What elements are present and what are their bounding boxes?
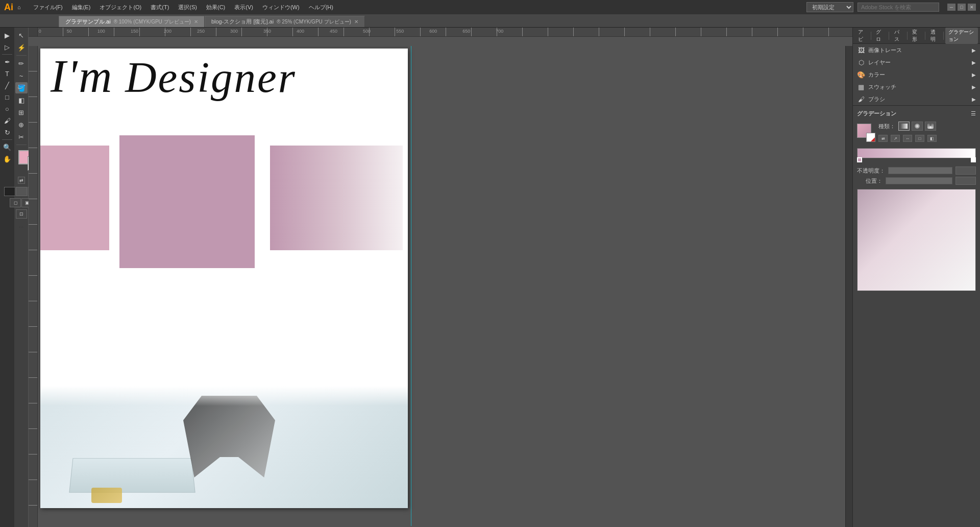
close-button[interactable]: ✕	[968, 4, 976, 11]
stock-search-input[interactable]	[857, 3, 939, 12]
layer-icon: ⬡	[857, 58, 865, 66]
maximize-button[interactable]: □	[958, 4, 966, 11]
grad-type-freeform[interactable]	[925, 122, 936, 131]
swatch-icon: ▦	[857, 83, 865, 91]
brush-panel-icon: 🖌	[857, 95, 865, 103]
more-tools[interactable]: ···	[19, 224, 23, 230]
tab-close-1[interactable]: ✕	[194, 19, 198, 25]
tool-gradient[interactable]: ◧	[15, 94, 28, 106]
brush-arrow: ▶	[972, 97, 976, 102]
tool-hand[interactable]: ✋	[1, 153, 13, 164]
gradient-swatch-preview[interactable]	[857, 124, 875, 142]
menu-window[interactable]: ウィンドウ(W)	[258, 3, 304, 12]
tool-paintbucket[interactable]: 🪣	[15, 82, 28, 93]
menu-object[interactable]: オブジェクト(O)	[95, 3, 145, 12]
home-icon[interactable]: ⌂	[17, 4, 21, 10]
panel-color[interactable]: 🎨 カラー ▶	[853, 68, 980, 81]
book-shape	[69, 458, 195, 493]
menu-type[interactable]: 書式(T)	[146, 3, 173, 12]
menu-help[interactable]: ヘルプ(H)	[305, 3, 337, 12]
position-label: 位置：	[857, 177, 883, 185]
left-toolbar-narrow: ▶ ▷ ✒ T ╱ □ ○ 🖌 ↻ 🔍 ✋	[0, 28, 14, 527]
minimize-button[interactable]: ─	[947, 4, 955, 11]
tool-ellipse[interactable]: ○	[1, 103, 13, 114]
tab-blog[interactable]: blog-スクショ用 [復元].ai ® 25% (CMYK/GPU プレビュー…	[205, 16, 365, 27]
mode-normal[interactable]: ◻	[10, 198, 21, 207]
tool-select2[interactable]: ↖	[15, 30, 28, 41]
tool-selection[interactable]: ▶	[1, 30, 13, 41]
ai-logo: Ai	[4, 2, 13, 13]
position-value[interactable]	[955, 177, 976, 185]
tab-close-2[interactable]: ✕	[354, 19, 358, 25]
grad-type-radial[interactable]	[912, 122, 923, 131]
color-mode-btn2[interactable]	[16, 187, 27, 196]
panel-tab-グロ[interactable]: グロ	[873, 28, 887, 44]
tool-zoom[interactable]: 🔍	[1, 141, 13, 153]
canvas-area[interactable]: 0501001502002503003504004505005506006507…	[29, 28, 852, 527]
gradient-bar[interactable]	[857, 148, 976, 158]
color-mode-btn1[interactable]	[4, 187, 15, 196]
position-row: 位置：	[857, 177, 976, 185]
position-slider[interactable]	[886, 177, 952, 184]
panel-nav-section: 🖼 画像トレース ▶ ⬡ レイヤー ▶ 🎨 カラー ▶ ▦ スウォッチ ▶ 🖌	[853, 44, 980, 106]
tab-gradesample[interactable]: グラデサンプル.ai ® 100% (CMYK/GPU プレビュー) ✕	[59, 16, 205, 27]
tool-divider-4	[16, 145, 27, 145]
grad-stroke2-btn[interactable]: ◧	[927, 135, 937, 142]
layer-arrow: ▶	[972, 60, 976, 65]
main-area: ▶ ▷ ✒ T ╱ □ ○ 🖌 ↻ 🔍 ✋ ↖ ⚡ ✏ ~ 🪣 ◧ ⊞ ⊕ ✂ …	[0, 28, 980, 527]
swap-colors-icon[interactable]: ⇄	[18, 177, 25, 184]
ruler-h-inner: 0501001502002503003504004505005506006507…	[38, 28, 852, 36]
tool-smooth[interactable]: ~	[15, 70, 28, 81]
opacity-value[interactable]	[955, 166, 976, 175]
image-trace-icon: 🖼	[857, 46, 865, 54]
panel-tab-アピ[interactable]: アピ	[855, 28, 869, 44]
script-text-content: I'm Designer	[40, 49, 408, 105]
panel-swatch[interactable]: ▦ スウォッチ ▶	[853, 81, 980, 93]
tool-divider-1	[2, 54, 12, 55]
tool-line[interactable]: ╱	[1, 80, 13, 91]
tool-direct-selection[interactable]: ▷	[1, 41, 13, 53]
tool-rotate[interactable]: ↻	[1, 127, 13, 138]
tool-magic-wand[interactable]: ⚡	[15, 42, 28, 53]
grad-spread-btn[interactable]: ↔	[903, 135, 912, 142]
grad-angle-btn[interactable]: ↗	[891, 135, 900, 142]
tool-scissors[interactable]: ✂	[15, 131, 28, 142]
panel-tab-パス[interactable]: パス	[891, 28, 905, 44]
menu-view[interactable]: 表示(V)	[230, 3, 257, 12]
tool-shape-builder[interactable]: ⊕	[15, 119, 28, 130]
opacity-slider[interactable]	[888, 167, 952, 174]
grad-type-linear[interactable]	[898, 122, 910, 131]
menu-edit[interactable]: 編集(E)	[68, 3, 95, 12]
tab-subtitle-1: ® 100% (CMYK/GPU プレビュー)	[114, 18, 191, 26]
script-text-area: I'm Designer	[40, 49, 408, 135]
scrollbar-vertical[interactable]	[845, 46, 852, 527]
menu-effect[interactable]: 効果(C)	[202, 3, 229, 12]
panel-brush[interactable]: 🖌 ブラシ ▶	[853, 93, 980, 105]
color-block-3-gradient	[270, 146, 403, 250]
panel-layer[interactable]: ⬡ レイヤー ▶	[853, 56, 980, 68]
menu-select[interactable]: 選択(S)	[174, 3, 201, 12]
grad-reverse-btn[interactable]: ⇄	[878, 135, 888, 142]
gradient-panel-menu[interactable]: ☰	[971, 110, 976, 117]
canvas-content[interactable]: I'm Designer	[38, 46, 852, 526]
workspace-selector[interactable]: 初期設定	[806, 2, 853, 12]
panel-tab-sep-1	[871, 32, 871, 40]
mode-full-screen[interactable]: ⊡	[16, 209, 27, 219]
tool-pencil[interactable]: ✏	[15, 58, 28, 69]
tool-pen[interactable]: ✒	[1, 56, 13, 67]
tool-mesh[interactable]: ⊞	[15, 107, 28, 118]
grad-stroke-btn[interactable]: □	[915, 135, 924, 142]
tool-rect[interactable]: □	[1, 91, 13, 103]
panel-tab-透明[interactable]: 透明	[927, 28, 941, 44]
gradient-type-section: 種類：	[878, 122, 976, 144]
gradient-stop-right[interactable]	[971, 157, 976, 162]
panel-image-trace[interactable]: 🖼 画像トレース ▶	[853, 44, 980, 56]
right-panel: アピ グロ パス 変形 透明 グラデーション 🖼 画像トレース ▶ ⬡ レイヤー…	[852, 28, 980, 527]
canvas-guide-line	[411, 46, 411, 526]
panel-tab-gradient[interactable]: グラデーション	[945, 28, 978, 44]
tool-type[interactable]: T	[1, 68, 13, 79]
panel-tab-変形[interactable]: 変形	[909, 28, 923, 44]
menu-file[interactable]: ファイル(F)	[29, 3, 67, 12]
tool-brush[interactable]: 🖌	[1, 115, 13, 126]
gradient-stop-left[interactable]	[857, 157, 862, 162]
